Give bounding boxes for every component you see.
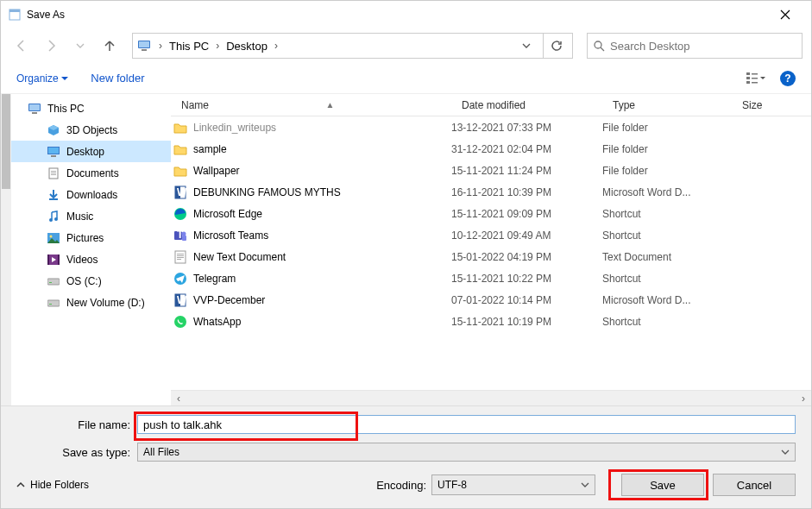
word-icon: W xyxy=(171,293,190,307)
file-type: Shortcut xyxy=(602,208,732,220)
tree-documents[interactable]: Documents xyxy=(11,162,171,184)
main-area: This PC 3D Objects Desktop Documents Dow… xyxy=(1,94,811,405)
tree-drive-d[interactable]: New Volume (D:) xyxy=(11,292,171,313)
edge-icon xyxy=(171,207,190,221)
svg-text:T: T xyxy=(177,229,184,241)
search-input[interactable] xyxy=(610,40,796,53)
save-type-dropdown[interactable]: All Files xyxy=(137,443,796,462)
file-row[interactable]: WDEBUNKING FAMOUS MYTHS16-11-2021 10:39 … xyxy=(171,181,811,203)
horizontal-scrollbar[interactable]: ‹ › xyxy=(171,390,811,405)
file-row[interactable]: sample31-12-2021 02:04 PMFile folder xyxy=(171,138,811,160)
scroll-right-icon[interactable]: › xyxy=(796,391,811,406)
nav-row: › This PC › Desktop › xyxy=(1,28,811,63)
teams-icon: T xyxy=(171,229,190,242)
encoding-dropdown[interactable]: UTF-8 xyxy=(431,474,595,495)
file-row[interactable]: Telegram15-11-2021 10:22 PMShortcut xyxy=(171,267,811,289)
view-options-button[interactable] xyxy=(744,68,768,89)
tree-downloads[interactable]: Downloads xyxy=(11,184,171,205)
forward-button[interactable] xyxy=(39,34,63,58)
svg-rect-14 xyxy=(32,112,37,114)
file-row[interactable]: WhatsApp15-11-2021 10:19 PMShortcut xyxy=(171,311,811,332)
tree-drive-c[interactable]: OS (C:) xyxy=(11,270,171,292)
file-date: 16-11-2021 10:39 PM xyxy=(451,186,602,198)
bottom-panel: File name: Save as type: All Files Hide … xyxy=(1,405,811,508)
chevron-down-icon xyxy=(781,448,790,456)
folder-icon xyxy=(171,165,190,177)
music-icon xyxy=(46,210,61,223)
address-dropdown-icon[interactable] xyxy=(522,41,531,50)
file-row[interactable]: Linkedin_writeups13-12-2021 07:33 PMFile… xyxy=(171,116,811,138)
file-date: 10-12-2021 09:49 AM xyxy=(451,229,602,242)
file-row[interactable]: WVVP-December07-01-2022 10:14 PMMicrosof… xyxy=(171,289,811,311)
recent-dropdown[interactable] xyxy=(68,34,92,58)
svg-rect-4 xyxy=(142,49,147,51)
file-name: Linkedin_writeups xyxy=(190,122,451,134)
telegram-icon xyxy=(171,272,190,286)
svg-rect-10 xyxy=(752,78,758,79)
chevron-up-icon xyxy=(16,481,25,489)
file-type: Shortcut xyxy=(602,273,732,285)
new-folder-button[interactable]: New folder xyxy=(91,72,144,85)
back-button[interactable] xyxy=(9,34,34,58)
tree-label: Desktop xyxy=(66,146,104,158)
breadcrumb-folder[interactable]: Desktop xyxy=(223,40,271,53)
chevron-down-icon xyxy=(581,481,589,489)
file-type: File folder xyxy=(602,143,732,155)
tree-desktop[interactable]: Desktop xyxy=(11,141,171,162)
svg-text:W: W xyxy=(177,186,187,198)
save-button[interactable]: Save xyxy=(621,474,704,496)
tree-this-pc[interactable]: This PC xyxy=(11,97,171,119)
svg-rect-11 xyxy=(752,82,758,84)
organize-menu[interactable]: Organize xyxy=(16,72,68,85)
address-bar[interactable]: › This PC › Desktop › xyxy=(132,33,573,59)
save-type-label: Save as type: xyxy=(16,446,137,459)
file-row[interactable]: Microsoft Edge15-11-2021 09:09 PMShortcu… xyxy=(171,203,811,224)
svg-rect-1 xyxy=(9,9,20,12)
file-name: Telegram xyxy=(190,273,451,285)
hide-folders-toggle[interactable]: Hide Folders xyxy=(16,479,89,491)
svg-rect-13 xyxy=(29,104,40,110)
file-date: 15-01-2022 04:19 PM xyxy=(451,251,602,263)
tree-pictures[interactable]: Pictures xyxy=(11,227,171,248)
svg-rect-19 xyxy=(51,171,56,172)
svg-rect-9 xyxy=(752,73,758,75)
help-button[interactable]: ? xyxy=(780,71,796,86)
downloads-icon xyxy=(46,188,61,202)
tree-label: Music xyxy=(66,211,93,223)
videos-icon xyxy=(46,253,61,267)
file-list: Name▲ Date modified Type Size Linkedin_w… xyxy=(171,94,811,405)
file-type: File folder xyxy=(602,165,732,177)
close-button[interactable] xyxy=(766,2,804,28)
search-box[interactable] xyxy=(587,33,803,59)
svg-rect-8 xyxy=(746,81,750,84)
tree-3d-objects[interactable]: 3D Objects xyxy=(11,119,171,141)
column-type[interactable]: Type xyxy=(602,99,732,111)
file-date: 15-11-2021 10:19 PM xyxy=(451,316,602,328)
file-row[interactable]: New Text Document15-01-2022 04:19 PMText… xyxy=(171,246,811,267)
svg-point-26 xyxy=(50,235,53,237)
pc-icon xyxy=(136,38,152,53)
tree-music[interactable]: Music xyxy=(11,205,171,227)
file-row[interactable]: TMicrosoft Teams10-12-2021 09:49 AMShort… xyxy=(171,224,811,246)
column-date[interactable]: Date modified xyxy=(451,99,602,111)
svg-rect-46 xyxy=(177,259,181,260)
file-row[interactable]: Wallpaper15-11-2021 11:24 PMFile folder xyxy=(171,160,811,181)
breadcrumb-root[interactable]: This PC xyxy=(166,40,212,53)
column-name[interactable]: Name▲ xyxy=(171,99,451,111)
svg-rect-22 xyxy=(49,198,58,200)
tree-label: Videos xyxy=(66,254,98,266)
tree-label: New Volume (D:) xyxy=(66,297,145,309)
file-type: Text Document xyxy=(602,251,732,263)
filename-input[interactable] xyxy=(137,415,796,434)
cancel-button[interactable]: Cancel xyxy=(713,474,796,496)
file-body: Linkedin_writeups13-12-2021 07:33 PMFile… xyxy=(171,116,811,390)
file-name: VVP-December xyxy=(190,294,451,306)
tree-scrollbar[interactable] xyxy=(1,94,11,405)
up-button[interactable] xyxy=(98,34,122,58)
tree-scroll-thumb[interactable] xyxy=(2,94,10,189)
refresh-button[interactable] xyxy=(543,33,569,59)
tree-videos[interactable]: Videos xyxy=(11,248,171,270)
column-size[interactable]: Size xyxy=(732,99,784,111)
svg-point-5 xyxy=(595,41,601,48)
scroll-left-icon[interactable]: ‹ xyxy=(171,391,186,406)
